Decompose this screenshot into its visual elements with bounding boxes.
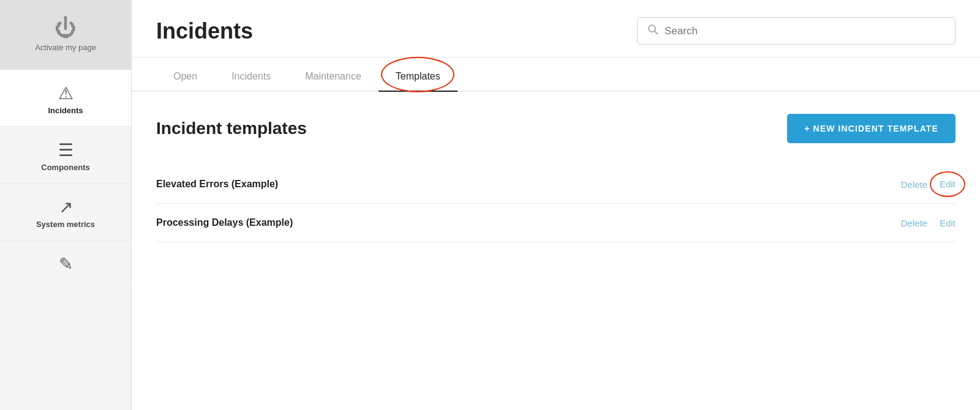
sidebar-item-components[interactable]: ☰ Components [0,127,131,184]
edit-link-2[interactable]: Edit [940,218,956,228]
content-area: Incident templates + NEW INCIDENT TEMPLA… [132,92,980,410]
template-name: Processing Delays (Example) [156,217,293,228]
tab-maintenance[interactable]: Maintenance [288,60,379,92]
table-row: Elevated Errors (Example) Delete Edit [156,165,956,204]
sidebar-item-customize[interactable]: ✎ [0,240,131,288]
sidebar: ⏻ Activate my page ⚠ Incidents ☰ Compone… [0,0,132,410]
table-row: Processing Delays (Example) Delete Edit [156,204,956,242]
template-actions: Delete Edit [901,179,956,190]
list-icon: ☰ [58,140,74,160]
svg-line-1 [655,31,658,34]
main-content: Incidents Open Incidents Maintenance Tem… [132,0,980,410]
content-header: Incident templates + NEW INCIDENT TEMPLA… [156,114,956,143]
activate-my-page-button[interactable]: ⏻ Activate my page [0,0,131,70]
search-icon [647,24,658,38]
header: Incidents [132,0,980,58]
template-list: Elevated Errors (Example) Delete Edit Pr… [156,165,956,242]
sidebar-system-metrics-label: System metrics [36,220,95,229]
content-title: Incident templates [156,119,307,138]
page-title: Incidents [156,18,253,44]
tab-incidents[interactable]: Incidents [214,60,288,92]
edit-link-1[interactable]: Edit [940,179,956,189]
tabs-bar: Open Incidents Maintenance Templates [132,60,980,92]
sidebar-components-label: Components [41,163,89,172]
edit-circle-wrap: Edit [940,179,956,190]
tab-templates-label: Templates [396,71,440,81]
template-name: Elevated Errors (Example) [156,179,278,190]
sidebar-incidents-label: Incidents [48,106,83,115]
metrics-icon: ↗ [59,197,73,217]
search-input[interactable] [665,25,945,37]
power-icon: ⏻ [55,17,77,39]
search-box [637,17,956,45]
template-actions: Delete Edit [901,218,956,228]
new-incident-template-button[interactable]: + NEW INCIDENT TEMPLATE [787,114,956,143]
activate-label: Activate my page [35,43,96,52]
delete-link-2[interactable]: Delete [901,218,927,228]
tab-templates[interactable]: Templates [379,60,458,92]
warning-icon: ⚠ [58,83,74,103]
sidebar-item-system-metrics[interactable]: ↗ System metrics [0,184,131,240]
delete-link-1[interactable]: Delete [901,179,927,190]
brush-icon: ✎ [59,254,73,274]
tab-open[interactable]: Open [156,60,214,92]
sidebar-item-incidents[interactable]: ⚠ Incidents [0,70,131,127]
